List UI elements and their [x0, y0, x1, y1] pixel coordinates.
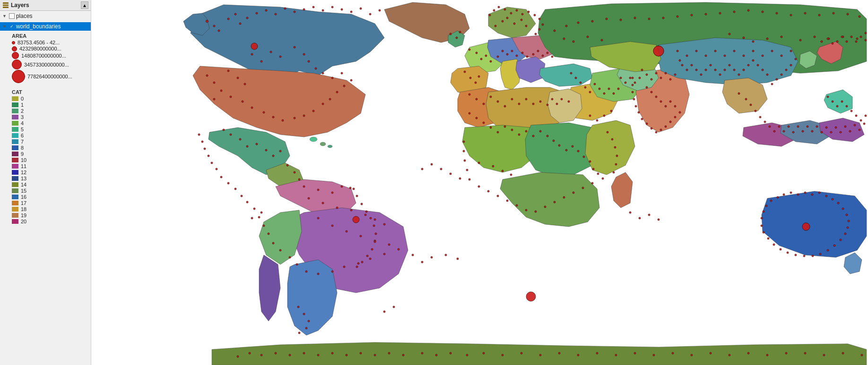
svg-point-99	[289, 256, 291, 258]
svg-point-141	[532, 53, 534, 55]
svg-point-500	[412, 254, 414, 256]
sidebar-scroll-button[interactable]: ▲	[81, 1, 88, 9]
map-container[interactable]	[91, 0, 868, 365]
svg-point-268	[573, 192, 574, 194]
svg-point-153	[469, 77, 471, 79]
svg-point-160	[510, 12, 512, 14]
svg-point-242	[561, 98, 563, 100]
svg-point-236	[525, 98, 527, 100]
svg-point-8	[213, 25, 215, 27]
svg-point-311	[669, 121, 671, 123]
svg-point-150	[521, 19, 522, 21]
svg-point-369	[769, 126, 771, 127]
svg-point-98	[296, 263, 298, 265]
svg-point-361	[681, 64, 683, 66]
svg-point-446	[365, 211, 367, 212]
cat-item-10: 10	[12, 157, 87, 163]
svg-point-9	[218, 30, 220, 32]
svg-point-447	[370, 217, 372, 219]
svg-point-6	[328, 145, 332, 148]
svg-point-318	[638, 111, 640, 113]
svg-point-297	[655, 72, 657, 74]
svg-point-70	[294, 171, 295, 173]
svg-point-33	[294, 46, 295, 48]
svg-point-194	[587, 36, 589, 38]
svg-point-385	[844, 126, 846, 127]
svg-point-492	[842, 352, 844, 354]
svg-point-384	[840, 131, 842, 133]
svg-point-87	[360, 235, 362, 237]
sidebar-title: Layers	[11, 2, 29, 8]
svg-point-300	[669, 78, 671, 80]
svg-point-41	[227, 70, 229, 72]
svg-point-80	[350, 209, 352, 211]
svg-point-374	[792, 131, 794, 133]
svg-point-478	[577, 354, 579, 356]
svg-point-213	[594, 83, 596, 85]
svg-point-215	[603, 93, 605, 94]
svg-point-214	[599, 88, 600, 90]
cat-label-11: 11	[21, 163, 26, 169]
svg-point-123	[251, 217, 253, 219]
svg-point-481	[634, 352, 636, 354]
places-checkbox[interactable]	[9, 13, 15, 19]
svg-point-313	[660, 129, 662, 131]
svg-point-94	[343, 266, 345, 268]
svg-point-56	[251, 107, 253, 109]
svg-point-401	[832, 42, 833, 44]
svg-point-97	[305, 271, 307, 272]
svg-point-436	[763, 231, 764, 233]
svg-point-260	[577, 150, 579, 152]
svg-point-211	[584, 86, 586, 88]
svg-point-400	[827, 38, 829, 40]
svg-point-143	[542, 55, 544, 57]
area-legend-item-0: 83753.4506 - 42...	[12, 40, 87, 45]
svg-point-171	[577, 22, 579, 24]
svg-point-86	[346, 230, 347, 232]
area-legend: AREA 83753.4506 - 42... 4232980000000...…	[0, 32, 91, 85]
svg-point-289	[613, 171, 615, 173]
layer-group-places-header[interactable]: ▼ places	[0, 12, 91, 20]
svg-point-376	[802, 130, 804, 132]
svg-point-402	[836, 41, 838, 42]
svg-point-84	[317, 217, 319, 219]
svg-point-493	[861, 354, 863, 356]
svg-point-387	[854, 124, 856, 126]
cat-label-4: 4	[21, 120, 24, 126]
area-circle-3	[12, 59, 22, 69]
svg-point-146	[495, 25, 496, 27]
svg-point-114	[204, 148, 206, 150]
svg-point-403	[841, 36, 843, 38]
svg-point-360	[686, 69, 688, 71]
area-legend-item-1: 4232980000000...	[12, 46, 87, 51]
svg-point-17	[284, 8, 286, 9]
svg-point-244	[469, 112, 470, 114]
area-label-3: 34573300000000...	[24, 62, 69, 68]
svg-point-427	[827, 249, 829, 251]
svg-point-346	[752, 59, 754, 61]
svg-point-48	[329, 98, 331, 100]
svg-point-288	[615, 163, 617, 165]
svg-point-209	[575, 77, 577, 79]
svg-point-72	[303, 186, 305, 187]
svg-point-503	[445, 254, 447, 256]
cat-label-0: 0	[21, 96, 24, 102]
places-label: places	[16, 13, 33, 19]
collapse-arrow-places: ▼	[2, 14, 7, 18]
svg-point-258	[565, 149, 567, 151]
cat-rect-19	[12, 213, 18, 218]
svg-point-221	[596, 119, 598, 121]
cat-label-12: 12	[21, 170, 26, 175]
svg-point-449	[375, 233, 377, 235]
area-label-1: 4232980000000...	[19, 46, 61, 51]
world-boundaries-checkbox[interactable]: ✓	[9, 24, 15, 29]
cat-label-14: 14	[21, 182, 26, 187]
svg-point-29	[251, 43, 258, 50]
svg-point-131	[480, 58, 482, 60]
svg-point-476	[539, 354, 541, 356]
svg-point-299	[665, 72, 667, 74]
svg-rect-2	[3, 7, 9, 8]
layer-group-world-boundaries-header[interactable]: ▼ ✓ world_boundaries	[0, 22, 91, 31]
cat-label-3: 3	[21, 114, 24, 120]
svg-point-25	[360, 8, 362, 9]
